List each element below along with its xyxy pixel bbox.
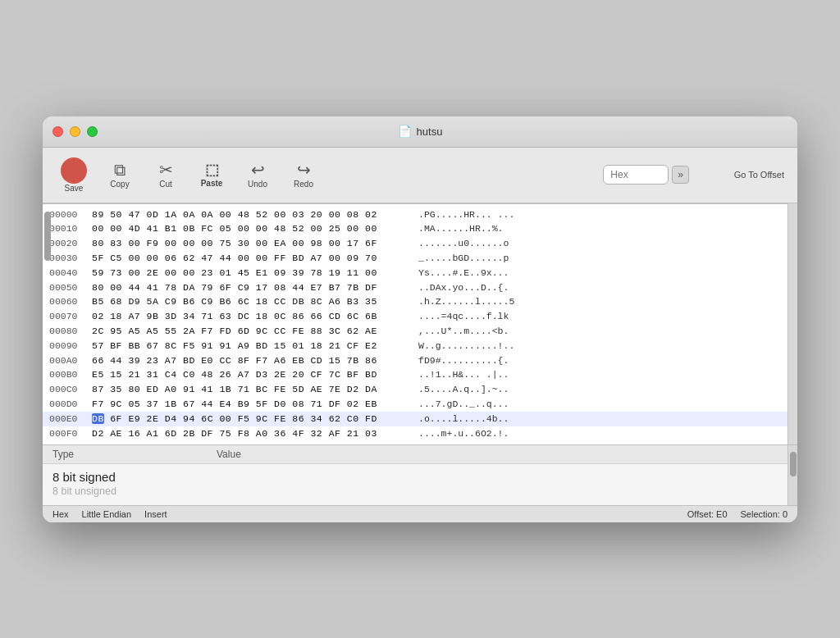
hex-row[interactable]: 000B0E5 15 21 31 C4 C0 48 26 A7 D3 2E 20…	[43, 367, 788, 382]
hex-ascii: fD9#..........{.	[412, 353, 509, 368]
hex-bytes[interactable]: 89 50 47 0D 1A 0A 0A 00 48 52 00 03 20 0…	[92, 207, 412, 222]
hex-bytes[interactable]: B5 68 D9 5A C9 B6 C9 B6 6C 18 CC DB 8C A…	[92, 294, 412, 309]
hex-ascii: ....m+.u..6O2.!.	[412, 426, 509, 441]
hex-offset: 00020	[49, 236, 92, 251]
paste-icon: ⬚	[205, 162, 219, 177]
hex-ascii: Ys....#.E..9x...	[412, 266, 509, 280]
app-window: 📄 hutsu Save ⧉ Copy ✂ Cut	[43, 116, 797, 522]
hex-bytes[interactable]: 80 83 00 F9 00 00 00 75 30 00 EA 00 98 0…	[92, 236, 412, 251]
undo-icon: ↩	[251, 162, 265, 178]
save-button[interactable]: Save	[52, 154, 95, 196]
hex-offset: 000B0	[49, 367, 92, 382]
value-header: Value	[217, 449, 788, 460]
hex-ascii: ..DAx.yo...D..{.	[412, 280, 509, 295]
window-title: hutsu	[417, 125, 443, 138]
hex-area[interactable]: 0000089 50 47 0D 1A 0A 0A 00 48 52 00 03…	[43, 203, 788, 444]
redo-button[interactable]: ↪ Redo	[282, 158, 325, 192]
hex-offset: 00090	[49, 339, 92, 353]
hex-row[interactable]: 00060B5 68 D9 5A C9 B6 C9 B6 6C 18 CC DB…	[43, 294, 788, 309]
status-mode: Hex	[52, 509, 69, 519]
hex-row[interactable]: 0004059 73 00 2E 00 00 23 01 45 E1 09 39…	[43, 266, 788, 280]
hex-bytes[interactable]: 80 00 44 41 78 DA 79 6F C9 17 08 44 E7 B…	[92, 280, 412, 295]
hex-ascii: .5....A.q..].~..	[412, 382, 509, 397]
hex-ascii: .o....l.....4b..	[412, 412, 509, 426]
hex-bytes[interactable]: 2C 95 A5 A5 55 2A F7 FD 6D 9C CC FE 88 3…	[92, 324, 412, 339]
hex-bytes[interactable]: 02 18 A7 9B 3D 34 71 63 DC 18 0C 86 66 C…	[92, 309, 412, 324]
chevron-button[interactable]: »	[672, 166, 689, 184]
hex-input[interactable]	[603, 165, 669, 185]
hex-bytes[interactable]: 57 BF BB 67 8C F5 91 91 A9 BD 15 01 18 2…	[92, 339, 412, 353]
cut-label: Cut	[159, 180, 172, 189]
hex-row[interactable]: 0009057 BF BB 67 8C F5 91 91 A9 BD 15 01…	[43, 339, 788, 353]
hex-ascii: W..g..........!..	[412, 339, 514, 353]
inspector-scrollbar[interactable]	[788, 445, 797, 505]
paste-label: Paste	[201, 179, 223, 188]
hex-row[interactable]: 000E0DB 6F E9 2E D4 94 6C 00 F5 9C FE 86…	[43, 412, 788, 426]
save-label: Save	[65, 184, 84, 193]
hex-bytes[interactable]: 5F C5 00 00 06 62 47 44 00 00 FF BD A7 0…	[92, 251, 412, 266]
hex-ascii: ..!1..H&... .|..	[412, 367, 509, 382]
redo-icon: ↪	[297, 162, 311, 178]
toolbar-group-main: Save ⧉ Copy ✂ Cut ⬚ Paste ↩ Undo	[52, 154, 325, 196]
hex-offset: 00070	[49, 309, 92, 324]
hex-bytes[interactable]: 00 00 4D 41 B1 0B FC 05 00 00 48 52 00 2…	[92, 221, 412, 236]
hex-row[interactable]: 000A066 44 39 23 A7 BD E0 CC 8F F7 A6 EB…	[43, 353, 788, 368]
scrollbar-thumb[interactable]	[44, 212, 51, 261]
copy-button[interactable]: ⧉ Copy	[98, 158, 141, 192]
hex-ascii: _.....bGD......p	[412, 251, 509, 266]
hex-bytes[interactable]: E5 15 21 31 C4 C0 48 26 A7 D3 2E 20 CF 7…	[92, 367, 412, 382]
selected-byte: DB	[92, 413, 104, 424]
hex-bytes[interactable]: F7 9C 05 37 1B 67 44 E4 B9 5F D0 08 71 D…	[92, 397, 412, 412]
status-endian: Little Endian	[82, 509, 132, 519]
hex-offset: 000F0	[49, 426, 92, 441]
cut-button[interactable]: ✂ Cut	[144, 158, 187, 192]
hex-bytes[interactable]: 59 73 00 2E 00 00 23 01 45 E1 09 39 78 1…	[92, 266, 412, 280]
redo-label: Redo	[294, 180, 313, 189]
paste-button[interactable]: ⬚ Paste	[190, 159, 233, 191]
hex-bytes[interactable]: D2 AE 16 A1 6D 2B DF 75 F8 A0 36 4F 32 A…	[92, 426, 412, 441]
hex-offset: 000E0	[49, 412, 92, 426]
hex-row[interactable]: 0005080 00 44 41 78 DA 79 6F C9 17 08 44…	[43, 280, 788, 295]
type-cell-0: 8 bit signed	[52, 470, 217, 484]
hex-row[interactable]: 000305F C5 00 00 06 62 47 44 00 00 FF BD…	[43, 251, 788, 266]
hex-bytes[interactable]: 66 44 39 23 A7 BD E0 CC 8F F7 A6 EB CD 1…	[92, 353, 412, 368]
hex-row[interactable]: 000C087 35 80 ED A0 91 41 1B 71 BC FE 5D…	[43, 382, 788, 397]
undo-button[interactable]: ↩ Undo	[236, 158, 279, 192]
hex-row[interactable]: 000802C 95 A5 A5 55 2A F7 FD 6D 9C CC FE…	[43, 324, 788, 339]
hex-bytes[interactable]: 87 35 80 ED A0 91 41 1B 71 BC FE 5D AE 7…	[92, 382, 412, 397]
hex-offset: 000C0	[49, 382, 92, 397]
inspector-scroll-thumb[interactable]	[790, 452, 797, 476]
goto-offset-area: » Go To Offset	[603, 165, 788, 185]
close-button[interactable]	[52, 126, 63, 137]
toolbar: Save ⧉ Copy ✂ Cut ⬚ Paste ↩ Undo	[43, 148, 797, 203]
maximize-button[interactable]	[87, 126, 98, 137]
hex-row[interactable]: 0002080 83 00 F9 00 00 00 75 30 00 EA 00…	[43, 236, 788, 251]
traffic-lights	[52, 126, 98, 137]
undo-label: Undo	[248, 180, 267, 189]
hex-ascii: .PG.....HR... ...	[412, 207, 514, 222]
inspector-content: 8 bit signed 8 bit unsigned	[43, 464, 797, 505]
hex-row[interactable]: 0000089 50 47 0D 1A 0A 0A 00 48 52 00 03…	[43, 207, 788, 222]
inspector-row-0: 8 bit signed	[52, 469, 788, 485]
hex-ascii: .......u0......o	[412, 236, 509, 251]
hex-offset: 00040	[49, 266, 92, 280]
hex-ascii: .MA......HR..%.	[412, 221, 504, 236]
type-header: Type	[52, 449, 217, 460]
type-cell-1: 8 bit unsigned	[52, 485, 217, 497]
hex-row[interactable]: 0001000 00 4D 41 B1 0B FC 05 00 00 48 52…	[43, 221, 788, 236]
hex-row[interactable]: 000D0F7 9C 05 37 1B 67 44 E4 B9 5F D0 08…	[43, 397, 788, 412]
hex-bytes[interactable]: DB 6F E9 2E D4 94 6C 00 F5 9C FE 86 34 6…	[92, 412, 412, 426]
titlebar: 📄 hutsu	[43, 116, 797, 148]
hex-ascii: ....=4qc....f.lk	[412, 309, 509, 324]
save-icon	[61, 157, 87, 184]
hex-offset: 00050	[49, 280, 92, 295]
hex-row[interactable]: 000F0D2 AE 16 A1 6D 2B DF 75 F8 A0 36 4F…	[43, 426, 788, 441]
hex-ascii: ,...U*..m....<b.	[412, 324, 509, 339]
scrollbar-track[interactable]	[788, 203, 797, 444]
minimize-button[interactable]	[70, 126, 80, 137]
inspector-row-1: 8 bit unsigned	[52, 485, 788, 498]
status-insert: Insert	[144, 509, 167, 519]
cut-icon: ✂	[159, 162, 173, 178]
hex-content: 0000089 50 47 0D 1A 0A 0A 00 48 52 00 03…	[43, 204, 788, 444]
hex-row[interactable]: 0007002 18 A7 9B 3D 34 71 63 DC 18 0C 86…	[43, 309, 788, 324]
